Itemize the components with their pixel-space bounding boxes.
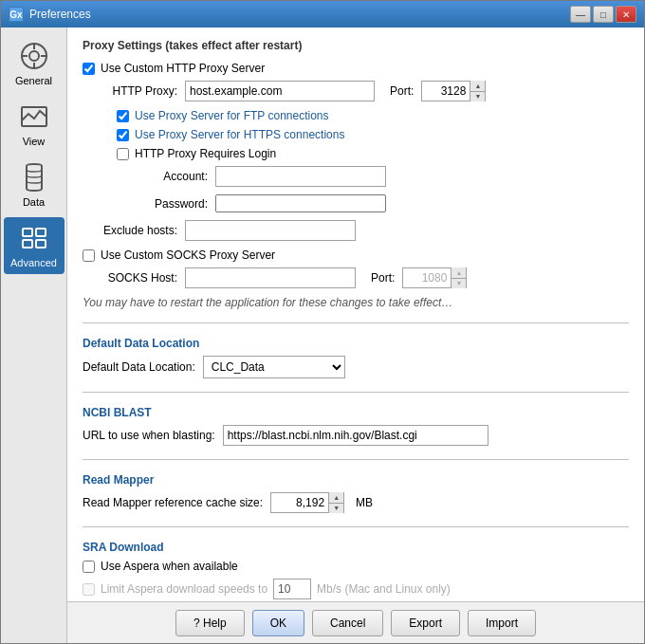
requires-login-checkbox[interactable] [117,148,129,160]
proxy-section-title: Proxy Settings (takes effect after resta… [83,39,629,52]
use-aspera-checkbox[interactable] [83,561,95,573]
port-label: Port: [390,84,414,98]
restart-notice: You may have to restart the application … [83,296,629,309]
preferences-window: Gx Preferences — □ ✕ [0,0,645,644]
close-button[interactable]: ✕ [616,6,636,23]
socks-port-down[interactable]: ▼ [452,279,466,289]
account-input[interactable] [215,166,386,187]
use-ftp-label[interactable]: Use Proxy Server for FTP connections [135,109,329,122]
socks-port-up[interactable]: ▲ [452,267,466,279]
limit-aspera-checkbox[interactable] [83,583,95,596]
ok-button[interactable]: OK [252,610,304,636]
read-mapper-label: Read Mapper reference cache size: [83,496,263,509]
advanced-label: Advanced [10,257,57,268]
blast-url-label: URL to use when blasting: [83,429,215,442]
socks-host-row: SOCKS Host: Port: ▲ ▼ [83,267,629,288]
default-data-row: Default Data Location: CLC_Data Custom..… [83,356,629,378]
sidebar-item-advanced[interactable]: Advanced [4,217,64,274]
read-mapper-input[interactable] [271,493,328,512]
password-input[interactable] [215,194,386,212]
main-body: General View [1,28,644,643]
http-proxy-input[interactable] [185,81,375,101]
svg-rect-10 [36,229,46,236]
exclude-hosts-input[interactable] [185,220,356,241]
use-socks-checkbox[interactable] [83,249,95,262]
export-button[interactable]: Export [391,610,460,636]
socks-port-wrap: ▲ ▼ [402,267,467,288]
use-https-checkbox[interactable] [117,129,129,141]
content-area: Proxy Settings (takes effect after resta… [67,28,644,643]
divider-3 [83,459,629,460]
svg-rect-7 [23,229,32,236]
app-icon: Gx [9,7,24,22]
account-row: Account: [83,166,629,187]
general-label: General [15,75,52,86]
cancel-button[interactable]: Cancel [312,610,383,636]
window-title: Preferences [29,8,91,21]
read-mapper-header: Read Mapper [83,473,629,487]
sidebar-item-general[interactable]: General [4,35,64,92]
aspera-speed-unit: Mb/s (Mac and Linux only) [317,582,451,596]
socks-host-label: SOCKS Host: [101,271,177,285]
sidebar-item-data[interactable]: Data [4,156,64,213]
svg-point-1 [29,51,39,61]
blast-url-row: URL to use when blasting: [83,425,629,446]
socks-host-input[interactable] [185,267,356,288]
read-mapper-row: Read Mapper reference cache size: ▲ ▼ MB [83,492,629,513]
data-label: Data [23,196,45,208]
blast-url-input[interactable] [223,425,488,446]
sidebar-item-view[interactable]: View [4,96,64,153]
aspera-speed-input[interactable] [273,579,311,599]
title-controls: — □ ✕ [570,6,636,23]
view-icon [19,101,49,132]
help-button[interactable]: ? Help [175,610,245,636]
http-port-wrap: ▲ ▼ [421,81,486,101]
sidebar: General View [1,28,67,643]
http-port-up[interactable]: ▲ [470,81,485,92]
view-label: View [23,136,46,147]
limit-aspera-row: Limit Aspera download speeds to Mb/s (Ma… [83,579,629,599]
minimize-button[interactable]: — [570,6,591,23]
use-custom-http-row: Use Custom HTTP Proxy Server [83,62,629,75]
requires-login-label[interactable]: HTTP Proxy Requires Login [135,147,276,160]
http-port-spinner: ▲ ▼ [470,81,485,101]
svg-rect-8 [36,240,46,248]
use-https-row: Use Proxy Server for HTTPS connections [83,128,629,141]
general-icon [19,41,49,71]
requires-login-row: HTTP Proxy Requires Login [83,147,629,160]
use-aspera-label[interactable]: Use Aspera when available [101,560,238,573]
scrollable-content: Proxy Settings (takes effect after resta… [67,28,644,601]
import-button[interactable]: Import [468,610,536,636]
divider-1 [83,322,629,323]
footer: ? Help OK Cancel Export Import [67,601,644,643]
use-custom-http-checkbox[interactable] [83,63,95,75]
socks-port-input[interactable] [403,268,451,287]
title-bar: Gx Preferences — □ ✕ [1,1,644,28]
socks-port-label: Port: [371,271,395,285]
svg-rect-9 [23,240,32,248]
maximize-button[interactable]: □ [593,6,614,23]
read-mapper-up[interactable]: ▲ [329,492,343,504]
exclude-hosts-label: Exclude hosts: [101,224,177,237]
limit-aspera-label[interactable]: Limit Aspera download speeds to [101,582,267,596]
ncbi-blast-header: NCBI BLAST [83,406,629,419]
account-label: Account: [132,170,208,183]
use-ftp-checkbox[interactable] [117,110,129,122]
read-mapper-spinner: ▲ ▼ [328,492,343,513]
http-port-input[interactable] [422,82,470,101]
http-port-down[interactable]: ▼ [470,92,485,102]
use-socks-label[interactable]: Use Custom SOCKS Proxy Server [101,248,275,262]
use-custom-http-label[interactable]: Use Custom HTTP Proxy Server [101,62,265,75]
socks-port-spinner: ▲ ▼ [451,267,466,288]
default-data-select[interactable]: CLC_Data Custom... [203,356,345,378]
http-proxy-label: HTTP Proxy: [101,84,177,98]
data-icon [19,162,49,193]
title-bar-left: Gx Preferences [9,7,91,22]
advanced-icon [19,223,49,253]
password-row: Password: [83,194,629,212]
read-mapper-down[interactable]: ▼ [329,504,343,514]
use-https-label[interactable]: Use Proxy Server for HTTPS connections [135,128,344,141]
http-proxy-row: HTTP Proxy: Port: ▲ ▼ [83,81,629,101]
default-data-label: Default Data Location: [83,360,195,374]
exclude-hosts-row: Exclude hosts: [83,220,629,241]
